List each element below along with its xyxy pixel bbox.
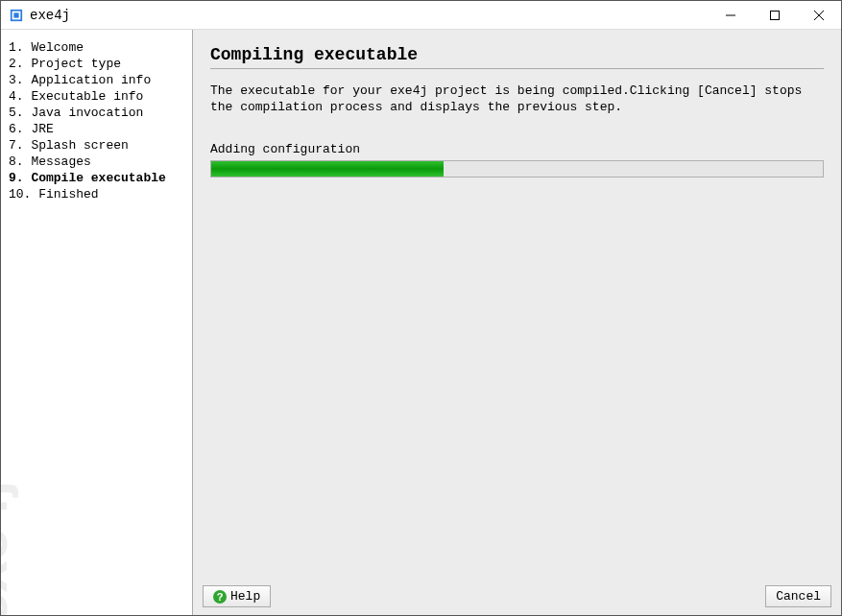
progress-bar (210, 160, 824, 178)
step-item-7[interactable]: 7. Splash screen (7, 137, 192, 154)
app-icon (9, 8, 24, 23)
progress-label: Adding configuration (210, 142, 824, 156)
help-icon: ? (213, 590, 227, 604)
window-controls (709, 1, 841, 29)
minimize-button[interactable] (709, 1, 753, 29)
step-item-4[interactable]: 4. Executable info (7, 88, 192, 105)
help-button-label: Help (230, 589, 260, 604)
step-item-3[interactable]: 3. Application info (7, 72, 192, 88)
progress-fill (211, 161, 444, 177)
main-content: Compiling executable The executable for … (193, 30, 841, 580)
step-item-8[interactable]: 8. Messages (7, 154, 192, 170)
svg-rect-2 (13, 12, 18, 17)
cancel-button[interactable]: Cancel (765, 585, 831, 607)
footer: ? Help Cancel (193, 580, 841, 615)
titlebar: exe4j (1, 1, 841, 30)
help-button[interactable]: ? Help (203, 585, 271, 607)
body-area: 1. Welcome2. Project type3. Application … (1, 30, 841, 615)
description-text: The executable for your exe4j project is… (210, 83, 824, 115)
cancel-button-label: Cancel (776, 589, 821, 604)
step-item-5[interactable]: 5. Java invocation (7, 105, 192, 121)
close-button[interactable] (797, 1, 841, 29)
app-window: exe4j 1. Welcome2. Project type3. Applic… (0, 0, 842, 616)
sidebar: 1. Welcome2. Project type3. Application … (1, 30, 193, 615)
page-title: Compiling executable (210, 45, 824, 69)
maximize-button[interactable] (753, 1, 797, 29)
step-item-9[interactable]: 9. Compile executable (7, 170, 192, 186)
svg-rect-4 (771, 11, 780, 19)
step-item-6[interactable]: 6. JRE (7, 121, 192, 137)
window-title: exe4j (30, 8, 70, 23)
step-item-1[interactable]: 1. Welcome (7, 39, 192, 56)
step-item-10[interactable]: 10. Finished (7, 186, 192, 202)
step-item-2[interactable]: 2. Project type (7, 56, 192, 72)
main-panel: Compiling executable The executable for … (193, 30, 841, 615)
ghost-logo: exe4j (1, 481, 20, 615)
